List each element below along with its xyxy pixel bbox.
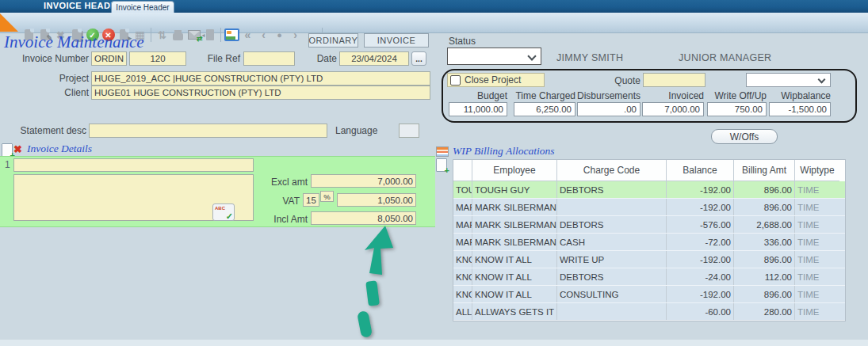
period-dropdown[interactable]	[746, 73, 831, 87]
add-allocation-icon[interactable]	[436, 158, 447, 172]
wip-header-billing-amt[interactable]: Billing Amt	[734, 160, 795, 181]
quote-field[interactable]	[643, 73, 705, 87]
invoice-prefix-field[interactable]: ORDIN	[91, 51, 127, 66]
wip-cell-wiptype[interactable]: TIME	[795, 216, 839, 233]
language-field[interactable]	[399, 124, 419, 138]
wip-cell-charge_code[interactable]: DEBTORS	[557, 268, 667, 285]
wip-cell-wiptype[interactable]: TIME	[795, 268, 839, 285]
wip-cell-code[interactable]: ALL	[453, 303, 472, 320]
wip-cell-billing_amt[interactable]: 336.00	[734, 234, 795, 250]
summary-header-wipbalance: Wipbalance	[751, 90, 831, 101]
wip-cell-balance[interactable]: -60.00	[667, 303, 734, 320]
wip-header-charge-code[interactable]: Charge Code	[557, 160, 667, 181]
wip-cell-charge_code[interactable]: WRITE UP	[557, 251, 667, 268]
tab-invoice-header[interactable]: Invoice Header	[111, 1, 174, 13]
wip-cell-charge_code[interactable]: DEBTORS	[557, 181, 667, 198]
wip-cell-balance[interactable]: -192.00	[667, 286, 734, 302]
wip-cell-charge_code[interactable]	[557, 303, 667, 320]
wip-cell-wiptype[interactable]: TIME	[795, 234, 839, 250]
wip-cell-balance[interactable]: -72.00	[667, 234, 734, 250]
preview-icon[interactable]	[224, 27, 239, 43]
wip-cell-billing_amt[interactable]: 896.00	[734, 199, 795, 215]
wip-cell-balance[interactable]: -24.00	[667, 268, 734, 285]
invoice-type-invoice[interactable]: INVOICE	[364, 33, 429, 48]
previous-record-icon[interactable]: ‹	[256, 27, 271, 43]
wip-cell-charge_code[interactable]	[557, 199, 667, 215]
wip-cell-balance[interactable]: -192.00	[667, 181, 734, 198]
wip-cell-wiptype[interactable]: TIME	[795, 303, 839, 320]
wip-cell-employee[interactable]: MARK SILBERMAN	[472, 216, 557, 233]
detail-description-field[interactable]	[13, 158, 254, 172]
client-field[interactable]: HUGE01 HUGE CONSTRUCTION (PTY) LTD	[91, 86, 430, 100]
table-row[interactable]: KNOKNOW IT ALLWRITE UP-192.00896.00TIME	[453, 251, 845, 268]
spellcheck-icon[interactable]: ABC✓	[212, 203, 235, 221]
wip-cell-employee[interactable]: ALLWAYS GETS IT	[472, 303, 557, 320]
table-row[interactable]: TOUTOUGH GUYDEBTORS-192.00896.00TIME	[453, 181, 845, 199]
vat-rate-field[interactable]: 15	[303, 193, 319, 207]
wip-cell-balance[interactable]: -576.00	[667, 216, 734, 233]
wip-cell-billing_amt[interactable]: 112.00	[734, 268, 795, 285]
wip-cell-employee[interactable]: MARK SILBERMAN	[472, 234, 557, 250]
wip-cell-billing_amt[interactable]: 896.00	[734, 251, 795, 268]
file-ref-field[interactable]	[243, 51, 295, 66]
woffs-button[interactable]: W/Offs	[711, 129, 778, 144]
table-row[interactable]: MARMARK SILBERMAN-192.00896.00TIME	[453, 199, 845, 216]
wip-cell-wiptype[interactable]: TIME	[795, 286, 839, 302]
import-icon[interactable]: ⇅	[155, 27, 170, 43]
wip-cell-employee[interactable]: KNOW IT ALL	[472, 251, 557, 268]
wip-cell-code[interactable]: MAR	[453, 234, 472, 250]
table-row[interactable]: ALLALLWAYS GETS IT-60.00280.00TIME	[453, 303, 845, 321]
wip-cell-balance[interactable]: -192.00	[667, 199, 734, 215]
next-record-icon[interactable]: ›	[288, 27, 303, 43]
wip-cell-code[interactable]: KNO	[453, 251, 472, 268]
print-icon[interactable]	[170, 27, 185, 43]
wip-cell-billing_amt[interactable]: 896.00	[734, 286, 795, 302]
wip-header-code[interactable]	[453, 160, 472, 181]
exit-icon[interactable]	[202, 27, 217, 43]
incl-amt-field[interactable]: 8,050.00	[311, 211, 416, 225]
wip-cell-employee[interactable]: TOUGH GUY	[472, 181, 557, 198]
excl-amt-field[interactable]: 7,000.00	[311, 174, 416, 188]
wip-cell-code[interactable]: MAR	[453, 199, 472, 215]
wip-cell-code[interactable]: KNO	[453, 268, 472, 285]
vat-amt-field[interactable]: 1,050.00	[337, 193, 416, 207]
invoice-number-field[interactable]: 120	[129, 51, 186, 66]
table-row[interactable]: MARMARK SILBERMANDEBTORS-576.002,688.00T…	[453, 216, 845, 234]
close-project-checkbox[interactable]	[450, 75, 461, 86]
wip-cell-billing_amt[interactable]: 2,688.00	[734, 216, 795, 233]
statement-desc-field[interactable]	[89, 124, 327, 138]
add-detail-line-icon[interactable]	[2, 143, 13, 157]
status-dropdown[interactable]	[447, 48, 541, 65]
table-row[interactable]: MARMARK SILBERMANCASH-72.00336.00TIME	[453, 234, 845, 251]
wip-header-balance[interactable]: Balance	[667, 160, 734, 181]
wip-cell-code[interactable]: KNO	[453, 286, 472, 302]
invoice-type-ordinary[interactable]: ORDINARY	[308, 33, 358, 48]
wip-cell-charge_code[interactable]: CASH	[557, 234, 667, 250]
wip-cell-balance[interactable]: -192.00	[667, 251, 734, 268]
date-picker-button[interactable]: ...	[411, 51, 426, 66]
wip-cell-employee[interactable]: KNOW IT ALL	[472, 286, 557, 302]
wip-cell-wiptype[interactable]: TIME	[795, 251, 839, 268]
wip-cell-code[interactable]: MAR	[453, 216, 472, 233]
table-row[interactable]: KNOKNOW IT ALLCONSULTING-192.00896.00TIM…	[453, 286, 845, 303]
wip-cell-employee[interactable]: MARK SILBERMAN	[472, 199, 557, 215]
wip-cell-wiptype[interactable]: TIME	[795, 199, 839, 215]
delete-detail-line-icon[interactable]: ✖	[13, 144, 22, 154]
wip-header-employee[interactable]: Employee	[472, 160, 557, 181]
wip-cell-charge_code[interactable]: CONSULTING	[557, 286, 667, 302]
wip-cell-billing_amt[interactable]: 280.00	[734, 303, 795, 320]
email-icon[interactable]	[186, 27, 201, 43]
wip-header-wiptype[interactable]: Wiptype	[795, 160, 839, 181]
chevron-down-icon	[527, 51, 536, 60]
current-record-icon[interactable]: ●	[272, 27, 287, 43]
table-row[interactable]: KNOKNOW IT ALLDEBTORS-24.00112.00TIME	[453, 268, 845, 286]
date-field[interactable]: 23/04/2024	[339, 51, 409, 66]
project-field[interactable]: HUGE_2019_ACC |HUGE CONSTRUCTION (PTY) L…	[91, 71, 430, 86]
wip-cell-code[interactable]: TOU	[453, 181, 472, 198]
wip-cell-billing_amt[interactable]: 896.00	[734, 181, 795, 198]
wip-cell-employee[interactable]: KNOW IT ALL	[472, 268, 557, 285]
wip-cell-wiptype[interactable]: TIME	[795, 181, 839, 198]
first-record-icon[interactable]: «	[240, 27, 255, 43]
close-project-toggle[interactable]: Close Project	[447, 73, 545, 87]
wip-cell-charge_code[interactable]: DEBTORS	[557, 216, 667, 233]
